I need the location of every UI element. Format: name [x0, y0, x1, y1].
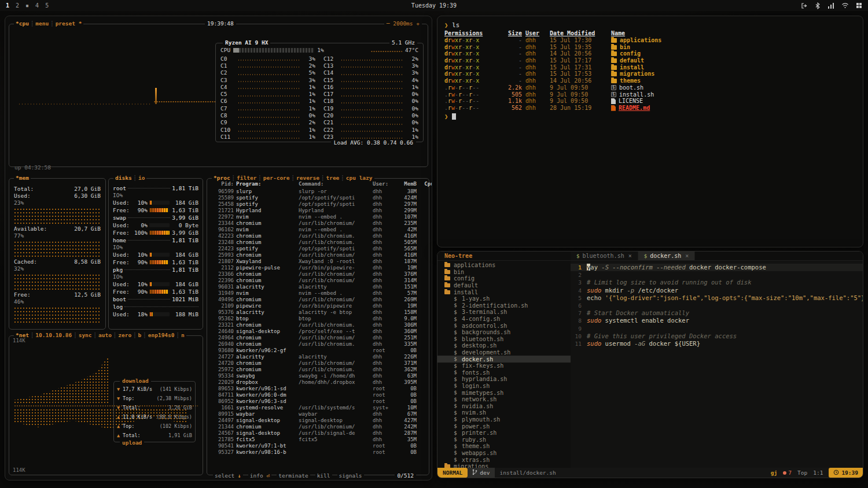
box-title-segment[interactable]: *cpu [14, 20, 31, 27]
column-header[interactable]: User: [373, 181, 392, 187]
process-row[interactable]: 23321chromium/usr/lib/chromium.dhh306M0.… [211, 322, 425, 328]
tree-item[interactable]: $nvidia.sh [437, 402, 571, 409]
tree-item[interactable]: bin [437, 269, 571, 276]
tree-item[interactable]: $fix-fkeys.sh [437, 363, 571, 369]
column-header[interactable]: MemB [395, 181, 417, 187]
box-title-segment[interactable]: 10.10.10.86 [34, 332, 73, 339]
tree-item[interactable]: $asdcontrol.sh [437, 322, 571, 329]
footer-action[interactable]: signals [337, 472, 364, 479]
tree-item[interactable]: migrations [437, 463, 571, 468]
process-row[interactable]: 49496chromium/usr/lib/chromium/dhh269M0.… [211, 297, 425, 303]
tree-item[interactable]: applications [437, 262, 571, 269]
tree-item[interactable]: $3-terminal.sh [437, 309, 571, 316]
update-interval-control[interactable]: ─ 2000ms + [384, 20, 422, 27]
process-row[interactable]: 2109pipewire/usr/bin/pipewiredhh19M0.0 [211, 303, 425, 309]
box-title-segment[interactable]: auto [97, 332, 113, 339]
process-row[interactable]: 24640signal-desktop/proc/self/exe --tdhh… [211, 328, 425, 335]
process-row[interactable]: 95362btopbtopdhh9.0M0.0 [211, 316, 425, 322]
tree-item[interactable]: $docker.sh [437, 356, 571, 363]
tree-item[interactable]: $hyprlandia.sh [437, 376, 571, 383]
tree-item[interactable]: $development.sh [437, 349, 571, 356]
tree-item[interactable]: $network.sh [437, 396, 571, 403]
process-row[interactable]: 25589spotify/opt/spotify/spotidhh424M0.2 [211, 195, 425, 201]
tree-item[interactable]: $bluetooth.sh [437, 336, 571, 343]
tree-item[interactable]: $fonts.sh [437, 369, 571, 376]
process-row[interactable]: 89915waybarwaybardhh67M0.0 [211, 411, 425, 417]
process-row[interactable]: 21721HyprlandHyprlanddhh299M0.1 [211, 208, 425, 214]
process-row[interactable]: 96599slurpslurp -ordhh38M0.0 [211, 188, 425, 195]
process-row[interactable]: 96162nvimnvim --embed .dhh42M0.0 [211, 227, 425, 233]
box-title-segment[interactable]: *mem [14, 175, 31, 182]
process-row[interactable]: 25458spotify/opt/spotify/spotidhh297M0.2 [211, 201, 425, 208]
tree-item[interactable]: config [437, 275, 571, 282]
process-row[interactable]: 95327kworker/u98:16-broot0B0.0 [211, 449, 425, 456]
process-row[interactable]: 22972nvimnvim --embed .dhh107M0.0 [211, 214, 425, 220]
logout-icon[interactable] [801, 2, 808, 9]
tree-item[interactable]: $backgrounds.sh [437, 329, 571, 336]
workspace-5[interactable]: 5 [45, 2, 49, 9]
column-header[interactable]: Cpu% [419, 181, 432, 187]
process-row[interactable]: 31949nvimnvim --embed .dhh57M0.0 [211, 290, 425, 297]
column-header[interactable]: Program: [236, 181, 296, 187]
process-row[interactable]: 23248chromium/usr/lib/chromium.dhh505M0.… [211, 239, 425, 246]
box-title-segment[interactable]: preset * [54, 20, 84, 27]
process-row[interactable]: 89653kworker/u96:1-sdroot0B0.0 [211, 386, 425, 392]
tree-item[interactable]: $nvim.sh [437, 409, 571, 416]
workspace-4[interactable]: 4 [35, 2, 39, 9]
process-row[interactable]: 24567signal-desktop/usr/lib/signal-dedhh… [211, 430, 425, 437]
process-row[interactable]: 25993chromium/usr/lib/chromium/dhh416M0.… [211, 252, 425, 258]
editor[interactable]: 1yay -S --noconfirm --needed docker dock… [571, 261, 863, 468]
tree-item[interactable]: $webapps.sh [437, 450, 571, 457]
tree-item[interactable]: $plymouth.sh [437, 416, 571, 423]
process-row[interactable]: 24727alacrittyalacrittydhh226M0.0 [211, 354, 425, 360]
tree-item[interactable]: $1-yay.sh [437, 295, 571, 302]
tree-item[interactable]: $xtras.sh [437, 456, 571, 463]
wifi-icon[interactable] [841, 2, 849, 9]
footer-action[interactable]: select ↓ [213, 472, 243, 479]
box-title-segment[interactable]: sync [77, 332, 94, 339]
process-row[interactable]: 23366chromium/usr/lib/chromium/dhh376M0.… [211, 271, 425, 278]
process-row[interactable]: 21785fcitx5fcitx5dhh35M0.0 [211, 437, 425, 443]
footer-action[interactable]: terminate [277, 472, 310, 479]
process-row[interactable]: 1661systemd-resolve/usr/lib/systemd/ssys… [211, 405, 425, 411]
tree-item[interactable]: install [437, 289, 571, 295]
tree-item[interactable]: $desktop.sh [437, 342, 571, 349]
process-row[interactable]: 2112pipewire-pulse/usr/bin/pipewire-dhh1… [211, 265, 425, 271]
process-row[interactable]: 23344chromium/usr/lib/chromium/dhh235M0.… [211, 220, 425, 227]
workspace-3[interactable]: ▪ [25, 2, 29, 9]
workspace-1[interactable]: 1 [6, 2, 9, 9]
process-row[interactable]: 93680kworker/u96:2-gfroot0B0.0 [211, 347, 425, 354]
tree-item[interactable]: $theme.sh [437, 443, 571, 450]
chart-bars-icon[interactable] [827, 2, 834, 9]
footer-action[interactable]: kill [315, 472, 332, 479]
box-title-segment[interactable]: n [179, 332, 186, 339]
process-row[interactable]: 96031alacrittyalacrittydhh151M0.0 [211, 284, 425, 290]
process-row[interactable]: 24964chromium/usr/lib/chromium/dhh251M0.… [211, 335, 425, 341]
box-title-segment[interactable]: enp194s0 [146, 332, 176, 339]
process-row[interactable]: 90541kworker/u97:1-btroot0B0.0 [211, 443, 425, 449]
process-row[interactable]: 24497signal-desktopsignal-desktopdhh427M… [211, 417, 425, 424]
bluetooth-icon[interactable] [815, 2, 821, 9]
box-title-segment[interactable]: menu [34, 20, 50, 27]
box-title-segment[interactable]: b [137, 332, 144, 339]
grid-icon[interactable] [856, 2, 862, 9]
process-row[interactable]: 22029dropbox/home/dhh/.dropboxdhh395M0.0 [211, 379, 425, 386]
buffer-tab-bluetooth.sh[interactable]: $bluetooth.sh× [571, 252, 638, 260]
tree-item[interactable]: $mimetypes.sh [437, 389, 571, 396]
tree-item[interactable]: $power.sh [437, 423, 571, 430]
process-row[interactable]: 26940chromium/usr/lib/chromium.dhh335M0.… [211, 341, 425, 347]
new-prompt-line[interactable]: ❯ [444, 112, 856, 120]
close-icon[interactable]: × [628, 253, 632, 259]
box-title-segment[interactable]: zero [116, 332, 133, 339]
process-row[interactable]: 25972chromium/usr/lib/chromium.dhh362M0.… [211, 367, 425, 373]
tree-item[interactable]: $2-identification.sh [437, 302, 571, 309]
process-row[interactable]: 21344chromium/usr/lib/chromium/dhh242M0.… [211, 424, 425, 430]
buffer-tab-docker.sh[interactable]: $docker.sh× [638, 252, 696, 260]
close-icon[interactable]: × [685, 253, 689, 259]
process-row[interactable]: 42223chromium/usr/lib/chromium.dhh416M0.… [211, 233, 425, 239]
process-row[interactable]: 86952kworker/u96:3-sdroot0B0.0 [211, 398, 425, 405]
tree-item[interactable]: $login.sh [437, 383, 571, 390]
process-row[interactable]: 22396chromium/usr/lib/chromium/dhh314M0.… [211, 278, 425, 284]
column-header[interactable]: Command: [299, 181, 370, 187]
workspace-2[interactable]: 2 [16, 2, 19, 9]
